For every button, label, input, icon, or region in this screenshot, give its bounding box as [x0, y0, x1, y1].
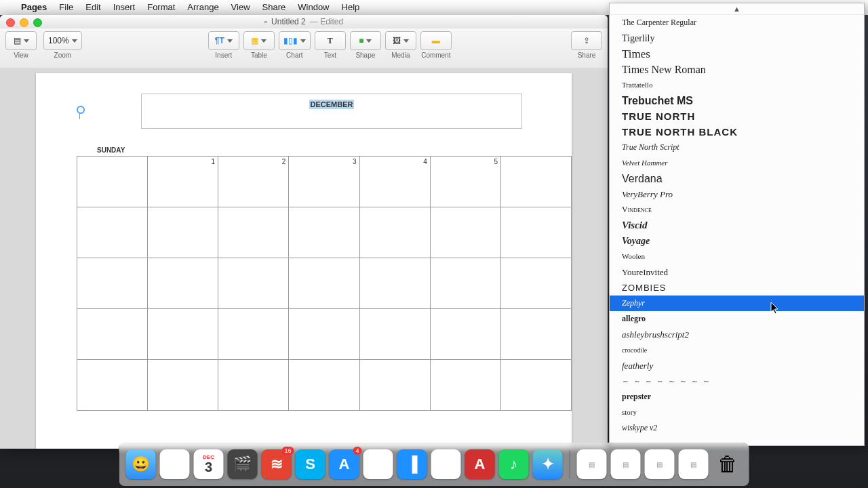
document-canvas[interactable]: DECEMBER SUNDAY 1 2 3 4 5 [0, 68, 608, 449]
share-icon: ⇪ [583, 36, 590, 45]
menu-window[interactable]: Window [292, 0, 335, 15]
dock-chrome[interactable]: ◎ [160, 449, 190, 479]
menu-help[interactable]: Help [336, 0, 366, 15]
font-item[interactable]: Voyage [610, 233, 864, 249]
menu-arrange[interactable]: Arrange [181, 0, 224, 15]
zoom-button[interactable] [33, 18, 42, 27]
insert-label: Insert [215, 52, 232, 59]
table-button[interactable]: ▦ [243, 31, 275, 50]
dock-itunes[interactable]: ♫ [431, 449, 461, 479]
close-button[interactable] [6, 18, 15, 27]
window-title-suffix: — Edited [310, 17, 343, 26]
dock: 😀◎DEC3🎬≋16SA4✎▐♫A♪✦▤▤▤▤🗑 [119, 443, 749, 486]
font-item[interactable]: Verdana [610, 171, 864, 186]
page[interactable]: DECEMBER SUNDAY 1 2 3 4 5 [36, 73, 572, 449]
media-label: Media [391, 52, 410, 59]
font-item[interactable]: Velvet Hammer [610, 155, 864, 171]
font-item[interactable]: wiskype v2 [610, 420, 864, 436]
dock-appstore[interactable]: A4 [330, 449, 359, 479]
dock-keynote[interactable]: ▐ [397, 449, 427, 479]
font-item[interactable]: Tigerlily [610, 30, 864, 46]
calendar-table[interactable]: 1 2 3 4 5 [77, 156, 572, 411]
font-item[interactable]: story [610, 405, 864, 420]
comment-button[interactable]: ▬ [420, 31, 452, 50]
font-item[interactable]: ZOMBIES [610, 280, 864, 296]
font-item[interactable]: True North Script [610, 140, 864, 155]
insert-button[interactable]: ¶T [208, 31, 239, 50]
media-button[interactable]: 🖼 [385, 31, 416, 50]
app-menu[interactable]: Pages [15, 0, 53, 15]
font-item[interactable]: YoureInvited [610, 264, 864, 280]
font-item[interactable]: Vindence [610, 202, 864, 218]
dock-pages[interactable]: ✎ [363, 449, 393, 479]
scroll-up-arrow[interactable]: ▲ [610, 3, 864, 15]
table-cell[interactable]: 2 [218, 157, 289, 207]
document-icon: ▫ [264, 17, 267, 26]
font-item[interactable]: Zephyr [610, 296, 864, 311]
dock-safari[interactable]: ✦ [533, 449, 563, 479]
minimize-button[interactable] [20, 18, 28, 27]
font-item[interactable]: Viscid [610, 218, 864, 233]
table-cell[interactable] [77, 157, 148, 207]
shape-label: Shape [355, 52, 375, 59]
month-label[interactable]: DECEMBER [309, 100, 355, 109]
font-item[interactable]: VeryBerry Pro [610, 186, 864, 202]
menu-share[interactable]: Share [256, 0, 292, 15]
menu-view[interactable]: View [225, 0, 256, 15]
table-cell[interactable]: 4 [359, 157, 430, 207]
font-item[interactable]: featherly [610, 358, 864, 373]
table-cell[interactable] [501, 157, 572, 207]
dock-doc3[interactable]: ▤ [645, 449, 675, 479]
dock-doc2[interactable]: ▤ [611, 449, 641, 479]
dock-doc1[interactable]: ▤ [577, 449, 607, 479]
dock-todoist[interactable]: ≋16 [262, 449, 292, 479]
dock-calendar[interactable]: DEC3 [194, 449, 224, 479]
font-item[interactable]: ～～～～～～～～ [610, 373, 864, 389]
titlebar[interactable]: ▫ Untitled 2 — Edited [0, 15, 608, 28]
menu-edit[interactable]: Edit [79, 0, 106, 15]
table-cell[interactable]: 5 [430, 157, 500, 207]
dock-spotify[interactable]: ♪ [499, 449, 529, 479]
font-item[interactable]: allegro [610, 311, 864, 327]
font-item[interactable]: Woolen [610, 249, 864, 264]
font-item[interactable]: Trebuchet MS [610, 93, 864, 108]
font-item[interactable]: ashleybrushscript2 [610, 327, 864, 342]
font-item[interactable]: The Carpenter Regular [610, 15, 864, 30]
menu-file[interactable]: File [53, 0, 79, 15]
share-button[interactable]: ⇪ [571, 31, 602, 50]
font-item[interactable]: TRUE NORTH BLACK [610, 124, 864, 140]
month-textbox[interactable]: DECEMBER [141, 94, 522, 129]
chevron-down-icon [227, 39, 233, 43]
font-item[interactable]: Times New Roman [610, 62, 864, 77]
table-cell[interactable]: 3 [289, 157, 359, 207]
menu-format[interactable]: Format [141, 0, 181, 15]
view-button[interactable]: ▤ [5, 31, 37, 50]
font-item[interactable]: crocodile [610, 342, 864, 358]
dock-skype[interactable]: S [296, 449, 326, 479]
text-cursor-marker [77, 106, 85, 114]
font-item[interactable]: prepster [610, 389, 864, 405]
table-cell[interactable]: 1 [147, 157, 218, 207]
chart-button[interactable]: ▮▯▮ [279, 31, 311, 50]
text-button[interactable]: T [315, 31, 346, 50]
font-item[interactable]: TRUE NORTH [610, 108, 864, 124]
chevron-down-icon [300, 39, 306, 43]
dock-doc4[interactable]: ▤ [679, 449, 709, 479]
dock-imovie[interactable]: 🎬 [228, 449, 258, 479]
font-item[interactable]: Trattatello [610, 77, 864, 93]
day-header: SUNDAY [97, 146, 125, 154]
chart-label: Chart [286, 52, 302, 59]
dock-finder[interactable]: 😀 [126, 449, 156, 479]
zoom-field[interactable]: 100% [43, 31, 82, 50]
menu-insert[interactable]: Insert [107, 0, 142, 15]
font-picker-menu[interactable]: ▲ The Carpenter RegularTigerlilyTimesTim… [609, 3, 865, 446]
pages-window: ▫ Untitled 2 — Edited ▤ View 100% Zoom ¶… [0, 15, 608, 449]
font-item[interactable]: Times [610, 46, 864, 62]
zoom-label: Zoom [54, 52, 72, 59]
shape-button[interactable]: ■ [350, 31, 381, 50]
dock-adobe[interactable]: A [465, 449, 495, 479]
chart-icon: ▮▯▮ [283, 36, 298, 45]
chevron-down-icon [261, 39, 267, 43]
dock-trash[interactable]: 🗑 [713, 449, 743, 479]
table-row: 1 2 3 4 5 [77, 157, 572, 207]
